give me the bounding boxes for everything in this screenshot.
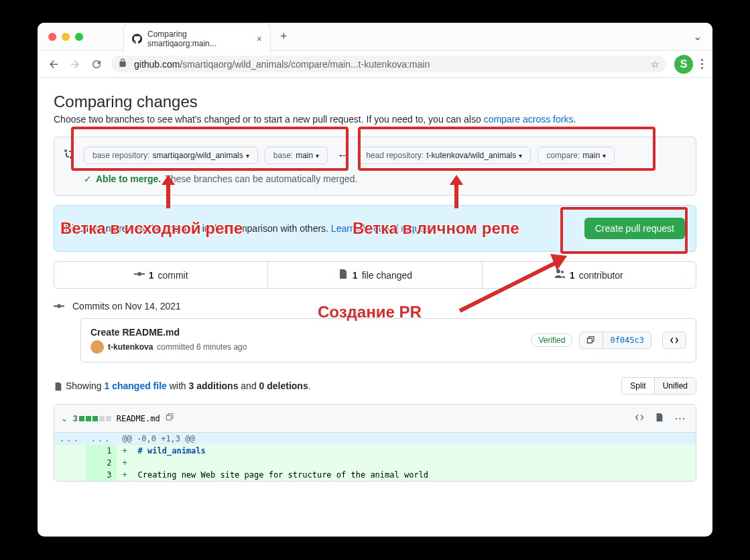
code-icon	[670, 336, 679, 345]
github-favicon	[132, 33, 142, 44]
copy-icon	[166, 413, 175, 422]
lock-icon	[118, 58, 127, 70]
pr-banner-text: Discuss and review the changes in this c…	[65, 223, 437, 234]
minimize-window-button[interactable]	[62, 33, 70, 41]
commit-sha-link[interactable]: 0f045c3	[603, 332, 651, 349]
forward-button[interactable]	[68, 58, 82, 71]
diff-line	[133, 457, 696, 469]
diff-view-toggle: Split Unified	[621, 377, 696, 395]
browser-toolbar: github.com/smartiqaorg/wild_animals/comp…	[38, 51, 712, 78]
check-icon: ✓	[84, 173, 92, 184]
close-tab-icon[interactable]: ×	[257, 33, 262, 44]
browser-menu-button[interactable]	[701, 59, 703, 69]
copy-path-button[interactable]	[166, 413, 175, 424]
create-pull-request-button[interactable]: Create pull request	[584, 218, 685, 239]
files-changed-header: Showing 1 changed file with 3 additions …	[54, 377, 696, 395]
diff-stats: 3	[73, 414, 111, 423]
unified-view-button[interactable]: Unified	[654, 378, 696, 394]
base-branch-dropdown[interactable]: base: main ▾	[265, 147, 328, 164]
tab-title: Comparing smartiqaorg:main...	[147, 29, 251, 48]
commit-icon	[54, 301, 64, 311]
view-source-button[interactable]	[632, 410, 647, 427]
collapse-file-button[interactable]: ⌄	[61, 414, 68, 423]
diff-file: ⌄ 3 README.md	[54, 404, 696, 482]
file-icon	[655, 413, 664, 422]
merge-status: ✓ Able to merge. These branches can be a…	[64, 173, 686, 184]
author-avatar[interactable]	[90, 340, 104, 354]
maximize-window-button[interactable]	[75, 33, 83, 41]
file-menu-button[interactable]: ···	[672, 410, 689, 427]
verified-badge[interactable]: Verified	[531, 334, 572, 347]
copy-icon	[586, 336, 596, 345]
stats-row: 1 commit 1 file changed 1 contributor	[54, 261, 696, 289]
pr-banner: Discuss and review the changes in this c…	[54, 205, 696, 252]
compare-forks-link[interactable]: compare across forks	[484, 114, 574, 125]
commits-section: Commits on Nov 14, 2021 Create README.md…	[54, 301, 696, 362]
split-view-button[interactable]: Split	[622, 378, 653, 394]
stat-commits[interactable]: 1 commit	[54, 262, 267, 288]
close-window-button[interactable]	[48, 33, 56, 41]
commit-meta: t-kutenkova committed 6 minutes ago	[90, 340, 247, 354]
arrow-left-icon: ←	[334, 149, 351, 161]
compare-branch-dropdown[interactable]: compare: main ▾	[538, 147, 615, 164]
url-bar[interactable]: github.com/smartiqaorg/wild_animals/comp…	[111, 56, 666, 72]
titlebar: Comparing smartiqaorg:main... × + ⌄	[38, 23, 712, 51]
git-compare-icon	[64, 149, 74, 162]
profile-avatar[interactable]: S	[674, 55, 693, 74]
commits-date-header: Commits on Nov 14, 2021	[54, 301, 696, 311]
page-title: Comparing changes	[54, 92, 696, 111]
browser-tab[interactable]: Comparing smartiqaorg:main... ×	[123, 23, 271, 54]
diff-line: # wild_animals	[138, 446, 206, 456]
commit-author[interactable]: t-kutenkova	[108, 342, 153, 352]
head-repository-dropdown[interactable]: head repository: t-kutenkova/wild_animal…	[357, 147, 531, 164]
copy-sha-button[interactable]	[579, 332, 603, 349]
browser-window: Comparing smartiqaorg:main... × + ⌄ gith…	[38, 23, 712, 537]
file-diff-icon	[338, 269, 349, 281]
commit-title[interactable]: Create README.md	[90, 327, 247, 338]
page-subheading: Choose two branches to see what's change…	[54, 114, 696, 125]
caret-down-icon: ▾	[316, 152, 319, 159]
reload-button[interactable]	[90, 58, 103, 71]
star-icon[interactable]: ☆	[651, 59, 660, 70]
new-tab-button[interactable]: +	[280, 29, 288, 44]
back-button[interactable]	[47, 58, 60, 71]
commit-icon	[134, 269, 145, 281]
people-icon	[555, 269, 566, 281]
diff-line: Creating new Web site page for structure…	[133, 469, 696, 481]
changed-files-link[interactable]: 1 changed file	[104, 380, 166, 391]
stat-files[interactable]: 1 file changed	[267, 262, 481, 288]
browse-code-button[interactable]	[662, 332, 686, 349]
caret-down-icon: ▾	[603, 152, 606, 159]
learn-pr-link[interactable]: Learn about pull requests	[331, 223, 437, 234]
url-text: github.com/smartiqaorg/wild_animals/comp…	[134, 59, 430, 70]
code-icon	[635, 413, 644, 422]
diff-filename[interactable]: README.md	[117, 414, 160, 423]
diff-content: ...... @@ -0,0 +1,3 @@ 1 + # wild_animal…	[54, 433, 696, 481]
diff-file-header: ⌄ 3 README.md	[54, 405, 696, 433]
caret-down-icon: ▾	[519, 152, 522, 159]
view-rendered-button[interactable]	[652, 410, 667, 427]
file-diff-icon	[54, 382, 63, 391]
stat-contributors[interactable]: 1 contributor	[482, 262, 696, 288]
sha-button-group: 0f045c3	[579, 332, 651, 349]
commit-time: committed 6 minutes ago	[157, 342, 247, 352]
window-controls	[48, 33, 83, 41]
page-content: Comparing changes Choose two branches to…	[38, 78, 712, 537]
diff-hunk: @@ -0,0 +1,3 @@	[117, 433, 696, 445]
commit-card: Create README.md t-kutenkova committed 6…	[80, 318, 696, 362]
caret-down-icon: ▾	[246, 152, 249, 159]
compare-box: base repository: smartiqaorg/wild_animal…	[54, 137, 696, 196]
base-repository-dropdown[interactable]: base repository: smartiqaorg/wild_animal…	[84, 147, 258, 164]
tabs-chevron-icon[interactable]: ⌄	[693, 30, 702, 43]
